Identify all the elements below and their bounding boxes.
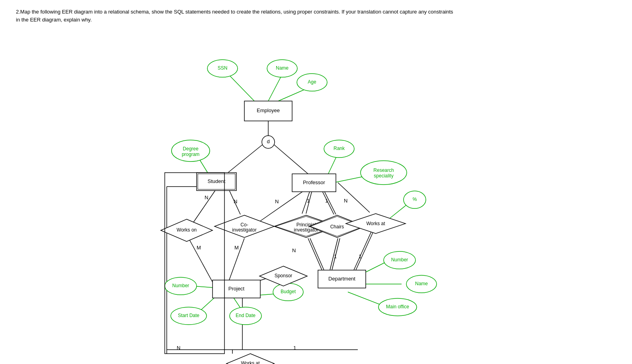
n-professor-co-inv: N: [275, 199, 279, 204]
n-student-works-on: N: [205, 195, 208, 200]
name-emp-label: Name: [276, 65, 289, 71]
employee-label: Employee: [257, 107, 280, 113]
svg-line-20: [310, 238, 324, 270]
age-label: Age: [308, 79, 316, 85]
sponsor-label: Sponsor: [275, 273, 293, 278]
one-chairs-professor: 1: [325, 198, 328, 204]
eer-diagram: Employee Student Professor Project Depar…: [97, 31, 535, 364]
svg-line-19: [308, 238, 322, 270]
research-speciality-label2: speciality: [374, 173, 393, 179]
n-professor-works-at: N: [344, 198, 347, 204]
co-investigator-label2: investigator: [232, 227, 256, 233]
diagram-svg: Employee Student Professor Project Depar…: [97, 31, 535, 364]
main-office-label: Main office: [386, 304, 409, 309]
co-investigator-label: Co-: [240, 222, 248, 228]
svg-line-24: [356, 226, 376, 270]
n-student-co-inv: N: [234, 199, 237, 204]
project-label: Project: [228, 286, 245, 292]
percent-label: %: [413, 197, 417, 202]
page: 2.Map the following EER diagram into a r…: [0, 0, 632, 364]
m-works-on-project: M: [197, 245, 201, 251]
specialization-symbol: d: [267, 138, 269, 144]
one-pi-professor: 1: [307, 198, 310, 204]
n-works-at-bottom: N: [177, 345, 180, 351]
svg-line-16: [338, 183, 370, 212]
works-on-label: Works on: [177, 227, 197, 233]
svg-line-11: [258, 191, 304, 222]
question-text: 2.Map the following EER diagram into a r…: [16, 8, 454, 23]
works-at-bottom-label: Works at: [241, 360, 260, 364]
start-date-label: Start Date: [178, 313, 199, 318]
one-works-at-bottom: 1: [293, 345, 296, 351]
m-co-inv-project: M: [234, 245, 239, 251]
one-works-at-dept: 1: [359, 253, 361, 259]
svg-line-33: [348, 292, 384, 306]
budget-label: Budget: [281, 289, 296, 294]
department-label: Department: [328, 276, 355, 282]
n-pi-project: N: [292, 247, 296, 253]
degree-program-label: Degree: [183, 146, 199, 152]
svg-line-4: [226, 145, 262, 174]
professor-label: Professor: [303, 179, 325, 185]
svg-line-5: [274, 145, 308, 174]
svg-line-23: [354, 226, 374, 270]
number-dept-label: Number: [391, 257, 408, 263]
svg-line-0: [228, 74, 254, 101]
student-outer-box: [165, 173, 224, 354]
degree-program-label2: program: [182, 152, 200, 157]
number-proj-label: Number: [172, 283, 189, 288]
student-label: Student: [208, 178, 226, 184]
research-speciality-label: Research: [373, 167, 394, 173]
end-date-label: End Date: [236, 313, 256, 318]
svg-line-9: [191, 189, 217, 226]
ssn-label: SSN: [218, 65, 228, 71]
svg-line-8: [334, 177, 363, 183]
chairs-label: Chairs: [330, 224, 344, 230]
works-at-right-label: Works at: [366, 221, 385, 226]
name-dept-label: Name: [415, 281, 428, 286]
rank-label: Rank: [334, 146, 345, 151]
one-chairs-dept: 1: [334, 253, 337, 259]
svg-line-1: [268, 74, 282, 101]
